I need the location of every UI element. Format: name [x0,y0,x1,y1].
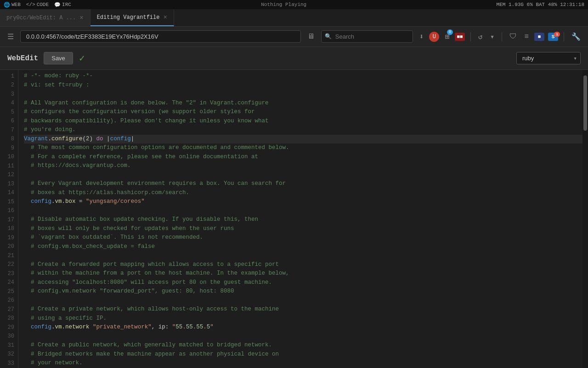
wrench-icon[interactable]: 🔧 [570,30,582,43]
line-num-26: 26 [2,296,18,305]
line-num-17: 17 [2,215,18,224]
code-line-18: # boxes will only be checked for updates… [24,224,582,234]
line-num-2: 2 [2,81,18,90]
line-num-7: 7 [2,126,18,135]
s-icon[interactable]: S 1 [548,33,558,41]
code-line-32: # Bridged networks make the machine appe… [24,350,582,359]
code-nav-btn[interactable]: </> CODE [26,2,49,7]
extensions-icon[interactable]: ⊞ 0 [443,30,451,43]
code-line-29: config.vm.network "private_network", ip:… [24,323,582,332]
tab-label: Editing Vagrantfile [97,14,160,21]
line-num-8: 8 [2,135,18,144]
close-tab-2[interactable]: × [163,14,167,21]
code-line-8: Vagrant.configure(2) do |config| [24,135,582,144]
irc-icon: 💬 [54,2,61,8]
code-line-19: # `vagrant box outdated`. This is not re… [24,233,582,242]
line-num-16: 16 [2,207,18,216]
line-num-15: 15 [2,197,18,207]
line-num-19: 19 [2,233,18,242]
code-line-20: # config.vm.box_check_update = false [24,242,582,252]
line-numbers: 1234567891011121314151617181920212223242… [0,70,18,368]
line-num-5: 5 [2,108,18,117]
line-num-18: 18 [2,224,18,234]
web-nav-btn[interactable]: 🌐 WEB [4,2,21,8]
code-line-26 [24,296,582,305]
code-line-5: # configures the configuration version (… [24,108,582,117]
toolbar-icons: ⬇ U ⊞ 0 ■■ ↺ ▾ 🛡 ≡ ■ S 1 🔧 [418,30,582,43]
url-input[interactable] [20,30,301,43]
code-line-9: # The most common configuration options … [24,144,582,153]
save-button[interactable]: Save [44,52,73,64]
webedit-title: WebEdit [7,54,38,63]
extensions-badge: 0 [447,29,453,35]
line-num-32: 32 [2,350,18,359]
code-label: CODE [37,2,49,7]
code-line-31: # Create a public network, which general… [24,341,582,350]
line-num-21: 21 [2,251,18,260]
code-line-25: # config.vm.network "forwarded_port", gu… [24,287,582,296]
globe-icon: 🌐 [4,2,10,8]
code-line-14: # boxes at https://atlas.hashicorp.com/s… [24,189,582,198]
tab-pry0cc[interactable]: pry0cc/WebEdit: A ... × [0,9,90,26]
code-line-23: # within the machine from a port on the … [24,269,582,278]
code-line-7: # you're doing. [24,126,582,135]
scrollbar-thumb[interactable] [583,75,587,131]
line-num-1: 1 [2,72,18,81]
blue-icon[interactable]: ■ [534,33,544,41]
code-line-2: # vi: set ft=ruby : [24,81,582,90]
tab-label: pry0cc/WebEdit: A ... [6,15,76,21]
search-input[interactable] [321,30,413,43]
scrollbar-track[interactable] [582,70,588,368]
line-num-13: 13 [2,179,18,189]
layers-icon[interactable]: ≡ [522,31,531,43]
irc-nav-btn[interactable]: 💬 IRC [54,2,71,8]
code-line-28: # using a specific IP. [24,314,582,323]
check-button[interactable]: ✓ [79,53,85,63]
line-num-3: 3 [2,90,18,99]
line-num-10: 10 [2,153,18,162]
download-icon[interactable]: ⬇ [418,30,426,43]
editor-area: 1234567891011121314151617181920212223242… [0,70,588,368]
code-line-21 [24,251,582,260]
code-line-12 [24,171,582,180]
u-icon[interactable]: U [429,32,439,42]
line-num-6: 6 [2,117,18,126]
s-badge: 1 [554,32,560,37]
dropdown-icon[interactable]: ▾ [488,30,497,43]
line-num-9: 9 [2,144,18,153]
web-label: WEB [11,2,21,7]
line-num-14: 14 [2,189,18,198]
red-btn[interactable]: ■■ [455,33,465,41]
line-num-24: 24 [2,278,18,288]
screen-icon[interactable]: 🖥 [305,30,317,43]
tab-bar: pry0cc/WebEdit: A ... × Editing Vagrantf… [0,9,588,27]
divider1 [470,32,471,41]
code-line-16 [24,207,582,216]
line-num-23: 23 [2,269,18,278]
code-line-6: # backwards compatibility). Please don't… [24,117,582,126]
refresh-icon[interactable]: ↺ [476,30,485,43]
divider3 [564,32,564,41]
address-bar: ☰ 🖥 🔍 ⬇ U ⊞ 0 ■■ ↺ ▾ 🛡 ≡ ■ S 1 🔧 [0,27,588,47]
tab-vagrantfile[interactable]: Editing Vagrantfile × [90,9,174,26]
shield-icon[interactable]: 🛡 [508,30,519,43]
line-num-31: 31 [2,341,18,350]
code-editor[interactable]: # -*- mode: ruby -*-# vi: set ft=ruby :#… [18,70,582,368]
line-num-22: 22 [2,260,18,270]
code-icon: </> [26,2,35,7]
line-num-4: 4 [2,99,18,108]
line-num-33: 33 [2,359,18,368]
code-line-30 [24,332,582,341]
line-num-12: 12 [2,171,18,180]
close-tab-1[interactable]: × [79,14,83,22]
language-select[interactable]: ruby python javascript html css text [516,52,581,64]
topbar-nav: 🌐 WEB </> CODE 💬 IRC [4,2,71,8]
code-line-11: # https://docs.vagrantup.com. [24,161,582,171]
search-icon: 🔍 [325,33,332,40]
sidebar-toggle-btn[interactable]: ☰ [6,30,16,43]
webedit-header: WebEdit Save ✓ ruby python javascript ht… [0,47,588,70]
code-line-22: # Create a forwarded port mapping which … [24,260,582,270]
top-bar: 🌐 WEB </> CODE 💬 IRC Nothing Playing MEM… [0,0,588,9]
code-line-13: # Every Vagrant development environment … [24,179,582,189]
line-num-30: 30 [2,332,18,341]
